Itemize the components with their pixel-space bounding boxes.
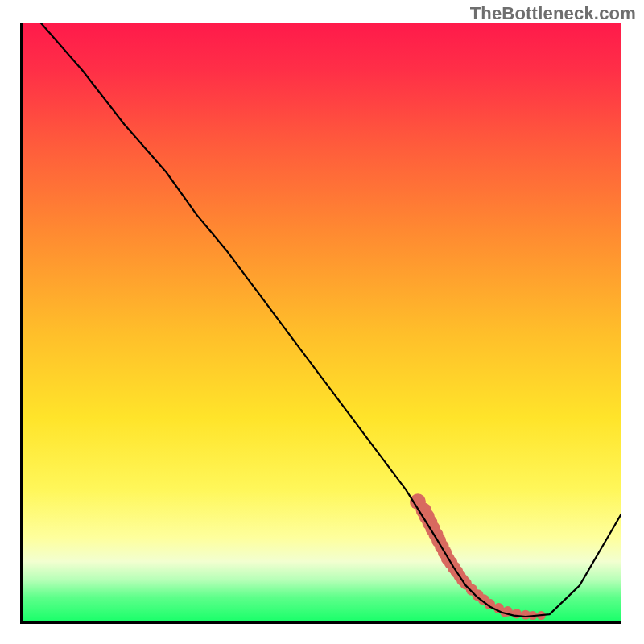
chart-overlay: [23, 23, 621, 621]
chart-container: TheBottleneck.com: [0, 0, 644, 644]
curve-line: [40, 23, 621, 617]
marker-band: [410, 493, 546, 620]
highlight-dot: [512, 609, 522, 618]
plot-area: [23, 23, 621, 621]
x-axis-line: [23, 621, 621, 624]
watermark-label: TheBottleneck.com: [470, 3, 636, 24]
y-axis-line: [20, 23, 23, 624]
